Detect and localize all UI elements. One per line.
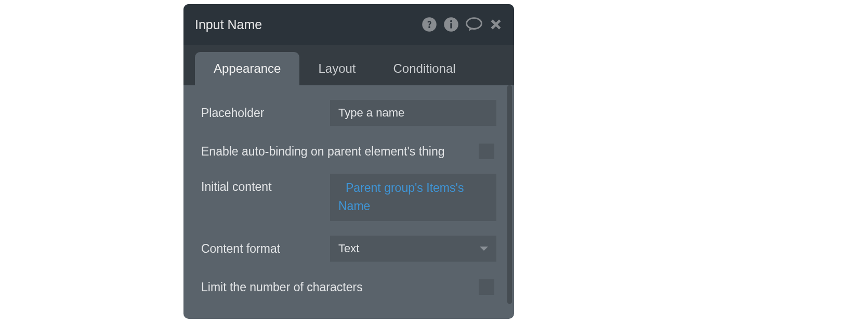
auto-binding-label: Enable auto-binding on parent element's … [201,145,445,159]
tab-label: Conditional [393,61,456,76]
content-format-row: Content format Text [201,236,496,262]
tab-label: Appearance [214,61,281,76]
svg-point-4 [467,18,482,29]
placeholder-label: Placeholder [201,100,330,120]
panel-content: Placeholder Enable auto-binding on paren… [183,85,514,305]
tab-appearance[interactable]: Appearance [195,52,299,85]
close-icon[interactable] [489,18,503,31]
scrollbar[interactable] [507,85,512,305]
info-icon[interactable] [443,17,459,32]
limit-chars-row: Limit the number of characters [201,276,496,295]
placeholder-input[interactable] [330,100,496,126]
chevron-down-icon [480,247,488,251]
svg-rect-2 [450,23,452,29]
initial-content-row: Initial content Parent group's Items's N… [201,174,496,221]
content-format-value: Text [338,242,359,255]
tab-layout[interactable]: Layout [299,52,374,85]
header-icons [422,17,503,32]
comment-icon[interactable] [465,17,483,32]
tab-label: Layout [318,61,356,76]
content-format-label: Content format [201,236,330,256]
panel-header: Input Name [183,4,514,45]
initial-content-label: Initial content [201,174,330,194]
limit-chars-label: Limit the number of characters [201,280,363,294]
tabs: Appearance Layout Conditional [183,45,514,85]
auto-binding-checkbox[interactable] [479,144,494,159]
limit-chars-checkbox[interactable] [479,279,494,295]
content-format-select[interactable]: Text [330,236,496,262]
property-panel: Input Name [183,4,514,319]
panel-title: Input Name [195,17,262,32]
placeholder-row: Placeholder [201,100,496,126]
scrollbar-thumb[interactable] [507,85,512,304]
tab-conditional[interactable]: Conditional [375,52,475,85]
svg-point-3 [450,20,452,22]
initial-content-expression[interactable]: Parent group's Items's Name [330,174,496,221]
help-icon[interactable] [422,17,437,32]
auto-binding-row: Enable auto-binding on parent element's … [201,140,496,159]
